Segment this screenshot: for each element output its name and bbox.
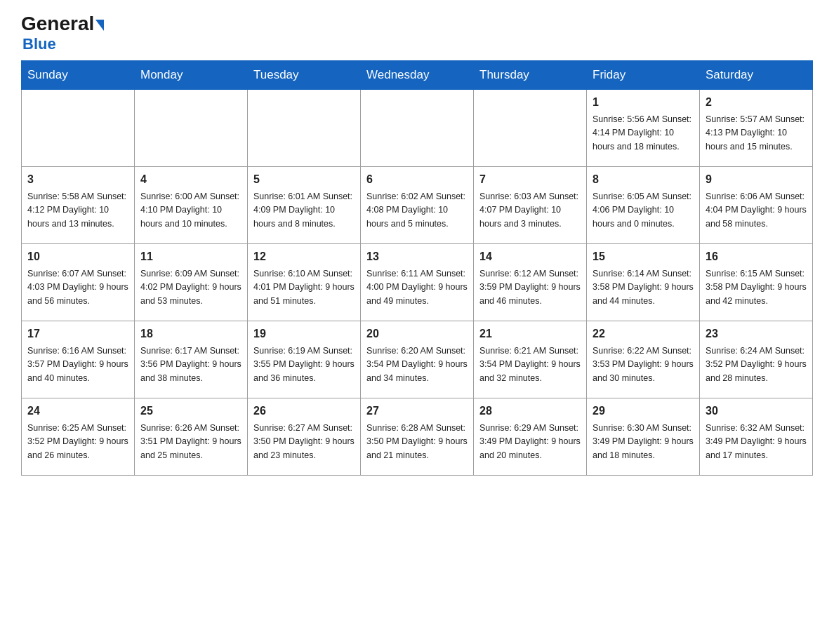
day-info: Sunrise: 6:12 AM Sunset: 3:59 PM Dayligh…	[479, 267, 581, 308]
calendar-cell	[361, 90, 474, 167]
day-info: Sunrise: 6:14 AM Sunset: 3:58 PM Dayligh…	[593, 267, 694, 308]
day-number: 24	[27, 403, 128, 420]
calendar-cell: 11Sunrise: 6:09 AM Sunset: 4:02 PM Dayli…	[135, 244, 248, 321]
calendar-week-row: 17Sunrise: 6:16 AM Sunset: 3:57 PM Dayli…	[22, 321, 813, 398]
calendar-cell: 27Sunrise: 6:28 AM Sunset: 3:50 PM Dayli…	[361, 398, 474, 476]
day-info: Sunrise: 6:17 AM Sunset: 3:56 PM Dayligh…	[140, 344, 241, 385]
logo-general-text: General	[21, 14, 104, 34]
calendar-cell: 2Sunrise: 5:57 AM Sunset: 4:13 PM Daylig…	[700, 90, 813, 167]
day-info: Sunrise: 6:09 AM Sunset: 4:02 PM Dayligh…	[140, 267, 241, 308]
day-number: 19	[253, 326, 355, 342]
day-number: 30	[706, 403, 807, 420]
day-info: Sunrise: 6:19 AM Sunset: 3:55 PM Dayligh…	[253, 344, 355, 385]
day-number: 25	[140, 403, 241, 420]
day-info: Sunrise: 6:25 AM Sunset: 3:52 PM Dayligh…	[27, 422, 128, 462]
day-info: Sunrise: 6:10 AM Sunset: 4:01 PM Dayligh…	[253, 267, 355, 308]
day-number: 6	[366, 171, 468, 188]
calendar-cell: 5Sunrise: 6:01 AM Sunset: 4:09 PM Daylig…	[248, 167, 361, 244]
day-number: 27	[366, 403, 468, 420]
day-info: Sunrise: 6:15 AM Sunset: 3:58 PM Dayligh…	[706, 267, 807, 308]
calendar-cell: 9Sunrise: 6:06 AM Sunset: 4:04 PM Daylig…	[700, 167, 813, 244]
day-number: 4	[140, 171, 241, 188]
weekday-header-monday: Monday	[135, 61, 248, 90]
day-info: Sunrise: 6:11 AM Sunset: 4:00 PM Dayligh…	[366, 267, 468, 308]
day-number: 1	[593, 94, 694, 111]
day-number: 14	[479, 248, 581, 265]
day-number: 12	[253, 248, 355, 265]
day-number: 7	[479, 171, 581, 188]
calendar-cell: 20Sunrise: 6:20 AM Sunset: 3:54 PM Dayli…	[361, 321, 474, 398]
day-info: Sunrise: 6:32 AM Sunset: 3:49 PM Dayligh…	[706, 422, 807, 462]
calendar-week-row: 1Sunrise: 5:56 AM Sunset: 4:14 PM Daylig…	[22, 90, 813, 167]
calendar-cell: 14Sunrise: 6:12 AM Sunset: 3:59 PM Dayli…	[474, 244, 587, 321]
day-info: Sunrise: 6:05 AM Sunset: 4:06 PM Dayligh…	[593, 190, 694, 231]
logo: General Blue	[21, 14, 104, 53]
day-info: Sunrise: 6:01 AM Sunset: 4:09 PM Dayligh…	[253, 190, 355, 231]
day-info: Sunrise: 6:24 AM Sunset: 3:52 PM Dayligh…	[706, 344, 807, 385]
calendar-cell: 29Sunrise: 6:30 AM Sunset: 3:49 PM Dayli…	[587, 398, 700, 476]
day-number: 10	[27, 248, 128, 265]
day-info: Sunrise: 6:16 AM Sunset: 3:57 PM Dayligh…	[27, 344, 128, 385]
day-info: Sunrise: 6:06 AM Sunset: 4:04 PM Dayligh…	[706, 190, 807, 231]
calendar-week-row: 24Sunrise: 6:25 AM Sunset: 3:52 PM Dayli…	[22, 398, 813, 476]
calendar-cell: 10Sunrise: 6:07 AM Sunset: 4:03 PM Dayli…	[22, 244, 135, 321]
day-number: 13	[366, 248, 468, 265]
day-info: Sunrise: 5:57 AM Sunset: 4:13 PM Dayligh…	[706, 113, 807, 154]
day-info: Sunrise: 6:26 AM Sunset: 3:51 PM Dayligh…	[140, 422, 241, 462]
calendar-cell: 30Sunrise: 6:32 AM Sunset: 3:49 PM Dayli…	[700, 398, 813, 476]
calendar-cell: 8Sunrise: 6:05 AM Sunset: 4:06 PM Daylig…	[587, 167, 700, 244]
day-number: 21	[479, 326, 581, 342]
calendar-cell: 7Sunrise: 6:03 AM Sunset: 4:07 PM Daylig…	[474, 167, 587, 244]
day-number: 8	[593, 171, 694, 188]
day-info: Sunrise: 6:21 AM Sunset: 3:54 PM Dayligh…	[479, 344, 581, 385]
calendar-week-row: 10Sunrise: 6:07 AM Sunset: 4:03 PM Dayli…	[22, 244, 813, 321]
day-info: Sunrise: 6:02 AM Sunset: 4:08 PM Dayligh…	[366, 190, 468, 231]
calendar-cell: 12Sunrise: 6:10 AM Sunset: 4:01 PM Dayli…	[248, 244, 361, 321]
weekday-header-tuesday: Tuesday	[248, 61, 361, 90]
calendar-cell: 15Sunrise: 6:14 AM Sunset: 3:58 PM Dayli…	[587, 244, 700, 321]
day-number: 26	[253, 403, 355, 420]
day-info: Sunrise: 6:20 AM Sunset: 3:54 PM Dayligh…	[366, 344, 468, 385]
day-number: 29	[593, 403, 694, 420]
calendar-cell	[248, 90, 361, 167]
day-info: Sunrise: 6:27 AM Sunset: 3:50 PM Dayligh…	[253, 422, 355, 462]
day-info: Sunrise: 5:58 AM Sunset: 4:12 PM Dayligh…	[27, 190, 128, 231]
weekday-header-saturday: Saturday	[700, 61, 813, 90]
weekday-header-thursday: Thursday	[474, 61, 587, 90]
calendar-cell: 13Sunrise: 6:11 AM Sunset: 4:00 PM Dayli…	[361, 244, 474, 321]
calendar-cell: 19Sunrise: 6:19 AM Sunset: 3:55 PM Dayli…	[248, 321, 361, 398]
day-number: 15	[593, 248, 694, 265]
weekday-header-sunday: Sunday	[22, 61, 135, 90]
calendar-table: SundayMondayTuesdayWednesdayThursdayFrid…	[21, 60, 813, 476]
calendar-cell: 25Sunrise: 6:26 AM Sunset: 3:51 PM Dayli…	[135, 398, 248, 476]
page-header: General Blue	[21, 14, 813, 53]
day-number: 20	[366, 326, 468, 342]
calendar-week-row: 3Sunrise: 5:58 AM Sunset: 4:12 PM Daylig…	[22, 167, 813, 244]
calendar-cell: 26Sunrise: 6:27 AM Sunset: 3:50 PM Dayli…	[248, 398, 361, 476]
calendar-cell	[135, 90, 248, 167]
calendar-cell: 24Sunrise: 6:25 AM Sunset: 3:52 PM Dayli…	[22, 398, 135, 476]
calendar-cell: 1Sunrise: 5:56 AM Sunset: 4:14 PM Daylig…	[587, 90, 700, 167]
day-info: Sunrise: 6:30 AM Sunset: 3:49 PM Dayligh…	[593, 422, 694, 462]
day-number: 17	[27, 326, 128, 342]
calendar-body: 1Sunrise: 5:56 AM Sunset: 4:14 PM Daylig…	[22, 90, 813, 476]
day-number: 2	[706, 94, 807, 111]
day-number: 28	[479, 403, 581, 420]
calendar-cell: 23Sunrise: 6:24 AM Sunset: 3:52 PM Dayli…	[700, 321, 813, 398]
day-info: Sunrise: 6:22 AM Sunset: 3:53 PM Dayligh…	[593, 344, 694, 385]
day-number: 9	[706, 171, 807, 188]
weekday-header-row: SundayMondayTuesdayWednesdayThursdayFrid…	[22, 61, 813, 90]
day-info: Sunrise: 6:03 AM Sunset: 4:07 PM Dayligh…	[479, 190, 581, 231]
weekday-header-wednesday: Wednesday	[361, 61, 474, 90]
day-number: 22	[593, 326, 694, 342]
calendar-cell: 18Sunrise: 6:17 AM Sunset: 3:56 PM Dayli…	[135, 321, 248, 398]
calendar-cell: 3Sunrise: 5:58 AM Sunset: 4:12 PM Daylig…	[22, 167, 135, 244]
day-number: 18	[140, 326, 241, 342]
day-info: Sunrise: 6:28 AM Sunset: 3:50 PM Dayligh…	[366, 422, 468, 462]
day-info: Sunrise: 6:00 AM Sunset: 4:10 PM Dayligh…	[140, 190, 241, 231]
calendar-cell: 21Sunrise: 6:21 AM Sunset: 3:54 PM Dayli…	[474, 321, 587, 398]
calendar-cell	[22, 90, 135, 167]
weekday-header-friday: Friday	[587, 61, 700, 90]
logo-blue-text: Blue	[21, 35, 56, 53]
day-number: 11	[140, 248, 241, 265]
